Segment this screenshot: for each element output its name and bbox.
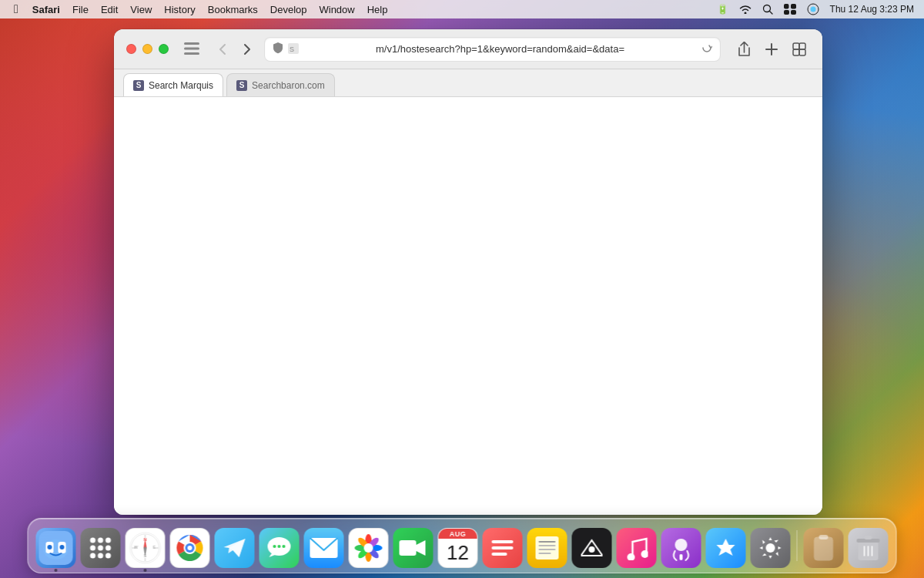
svg-rect-72 [539, 541, 556, 543]
share-button[interactable] [733, 39, 755, 60]
menubar-help[interactable]: Help [361, 0, 394, 18]
menubar-window[interactable]: Window [313, 0, 360, 18]
svg-marker-67 [417, 540, 426, 556]
reminders-icon [483, 528, 523, 568]
dock-item-launchpad[interactable] [81, 528, 121, 568]
svg-rect-16 [799, 43, 805, 49]
svg-rect-71 [536, 536, 559, 560]
reload-button[interactable] [701, 42, 712, 55]
menubar-develop[interactable]: Develop [264, 0, 313, 18]
dock-item-reminders[interactable] [483, 528, 523, 568]
svg-rect-73 [539, 545, 556, 546]
facetime-icon [393, 528, 434, 568]
svg-point-23 [48, 545, 52, 549]
dock-item-photos[interactable] [349, 528, 389, 568]
svg-point-33 [105, 553, 111, 559]
dock-item-appletv[interactable] [572, 528, 612, 568]
forward-button[interactable] [236, 39, 258, 60]
control-center-icon[interactable] [780, 4, 800, 15]
dock-item-iphonebackup[interactable] [804, 528, 844, 568]
wifi-icon[interactable] [735, 5, 755, 14]
svg-point-27 [105, 538, 111, 543]
svg-point-82 [766, 543, 775, 553]
dock-divider [797, 530, 798, 561]
notes-icon [527, 528, 567, 568]
dock-item-notes[interactable] [527, 528, 567, 568]
svg-point-80 [675, 539, 688, 551]
tab-searchbaron[interactable]: S Searchbaron.com [226, 73, 335, 96]
menubar-bookmarks[interactable]: Bookmarks [202, 0, 264, 18]
maximize-button[interactable] [159, 44, 169, 54]
dock: N S E W [28, 518, 897, 573]
dock-item-telegram[interactable] [215, 528, 255, 568]
back-button[interactable] [212, 39, 233, 60]
svg-rect-66 [400, 540, 417, 556]
dock-item-finder[interactable] [36, 528, 76, 568]
safari-dock-icon: N S E W [126, 528, 166, 568]
menubar-view[interactable]: View [124, 0, 158, 18]
svg-point-77 [589, 546, 595, 553]
tab-search-marquis[interactable]: S Search Marquis [123, 73, 223, 96]
tabs-bar: S Search Marquis S Searchbaron.com [114, 69, 822, 97]
new-tab-button[interactable] [761, 39, 782, 60]
svg-rect-87 [865, 536, 872, 539]
address-bar[interactable]: S m/v1/hostesearch?hp=1&keyword=random&a… [264, 37, 721, 62]
launchpad-icon [81, 528, 121, 568]
svg-point-78 [628, 553, 635, 560]
tabs-overview-button[interactable] [788, 39, 810, 60]
svg-point-29 [98, 546, 103, 551]
menubar-safari[interactable]: Safari [26, 0, 66, 18]
svg-rect-75 [539, 553, 551, 554]
svg-point-54 [278, 545, 281, 548]
svg-point-65 [364, 543, 373, 553]
tab-favicon-searchbaron: S [236, 80, 247, 91]
siri-icon[interactable] [803, 3, 823, 15]
systemprefs-icon [751, 528, 791, 568]
menubar-edit[interactable]: Edit [95, 0, 124, 18]
dock-item-calendar[interactable]: AUG 12 [438, 528, 478, 568]
dock-item-podcasts[interactable] [661, 528, 701, 568]
menubar-datetime: Thu 12 Aug 3:23 PM [826, 4, 918, 15]
tab-label-search-marquis: Search Marquis [149, 80, 213, 91]
svg-rect-69 [492, 546, 514, 549]
dock-item-safari[interactable]: N S E W [126, 528, 166, 568]
safari-running-dot [144, 569, 147, 572]
appstore-icon [706, 528, 746, 568]
dock-item-trash[interactable] [849, 528, 889, 568]
search-icon[interactable] [758, 4, 777, 15]
svg-rect-74 [539, 549, 556, 550]
svg-point-53 [273, 545, 276, 548]
dock-item-music[interactable] [617, 528, 657, 568]
dock-item-systemprefs[interactable] [751, 528, 791, 568]
dock-item-mail[interactable] [304, 528, 344, 568]
svg-point-79 [641, 550, 648, 558]
minimize-button[interactable] [142, 44, 152, 54]
page-content-area[interactable] [114, 97, 822, 515]
calendar-date: 12 [439, 539, 477, 567]
menubar-history[interactable]: History [158, 0, 201, 18]
svg-rect-2 [784, 4, 789, 9]
svg-rect-84 [819, 535, 829, 539]
svg-rect-83 [815, 537, 833, 560]
calendar-icon: AUG 12 [438, 528, 478, 568]
telegram-icon [215, 528, 255, 568]
messages-icon [259, 528, 300, 568]
svg-point-30 [105, 546, 111, 551]
nav-buttons [212, 39, 258, 60]
svg-point-26 [98, 538, 103, 543]
battery-icon[interactable]: 🔋 [713, 4, 732, 15]
close-button[interactable] [126, 44, 136, 54]
dock-item-messages[interactable] [259, 528, 300, 568]
tab-label-searchbaron: Searchbaron.com [252, 80, 325, 91]
chrome-icon [170, 528, 210, 568]
apple-menu[interactable]:  [6, 0, 26, 18]
dock-item-appstore[interactable] [706, 528, 746, 568]
photos-icon [349, 528, 389, 568]
svg-point-25 [90, 538, 95, 543]
finder-icon [36, 528, 76, 568]
svg-point-24 [60, 545, 65, 549]
dock-item-facetime[interactable] [393, 528, 434, 568]
dock-item-chrome[interactable] [170, 528, 210, 568]
menubar-file[interactable]: File [66, 0, 95, 18]
sidebar-toggle-button[interactable] [184, 42, 203, 56]
